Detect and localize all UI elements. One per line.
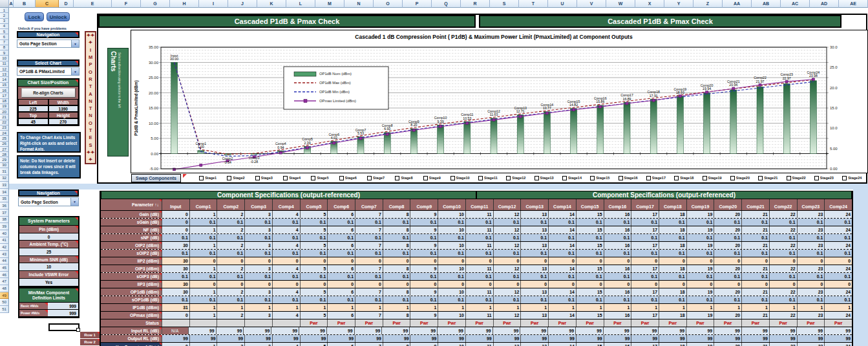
lock-button[interactable]: Lock bbox=[25, 12, 44, 21]
row-header-24[interactable]: 24 bbox=[0, 131, 9, 136]
spec-cell[interactable]: 99 bbox=[465, 335, 493, 342]
row-header-30[interactable]: 30 bbox=[0, 163, 9, 168]
spec-cell[interactable]: 11 bbox=[465, 226, 493, 233]
spec-col-header-comp20[interactable]: Comp20 bbox=[714, 199, 741, 210]
spec-cell[interactable]: 20 bbox=[714, 242, 741, 249]
spec-cell[interactable]: 99 bbox=[492, 327, 520, 334]
spec-cell[interactable]: 0.1 bbox=[327, 296, 355, 303]
spec-cell[interactable]: 0.1 bbox=[548, 250, 576, 257]
spec-cell[interactable]: 4 bbox=[272, 343, 300, 346]
spec-cell[interactable]: 10 bbox=[438, 242, 465, 249]
column-header-D[interactable]: D bbox=[59, 0, 74, 8]
spec-cell[interactable]: 22 bbox=[769, 211, 797, 218]
spec-cell[interactable]: 6 bbox=[327, 242, 355, 249]
spec-cell[interactable]: 21 bbox=[741, 226, 769, 233]
spec-cell[interactable]: 21 bbox=[741, 211, 769, 218]
spec-row-label[interactable]: IIP3 (dBm) bbox=[101, 281, 162, 288]
spec-cell[interactable]: 16 bbox=[604, 265, 631, 272]
row-header-41[interactable]: 41 bbox=[0, 237, 9, 244]
spec-cell[interactable]: 4 bbox=[272, 211, 300, 218]
column-header-H[interactable]: H bbox=[170, 0, 199, 8]
spec-cell[interactable]: 8 bbox=[383, 226, 410, 233]
spec-cell[interactable]: 14 bbox=[548, 312, 576, 319]
spec-cell[interactable]: 0.1 bbox=[741, 250, 769, 257]
spec-cell[interactable]: 0.1 bbox=[493, 234, 521, 241]
spec-cell[interactable]: 1 bbox=[769, 304, 797, 311]
spec-col-header-comp11[interactable]: Comp11 bbox=[465, 199, 493, 210]
spec-cell[interactable]: Pwr bbox=[355, 319, 383, 327]
spec-cell[interactable]: 99 bbox=[714, 335, 741, 342]
column-header-AC[interactable]: AC bbox=[781, 0, 810, 8]
spec-cell[interactable]: 23 bbox=[797, 288, 825, 296]
spec-cell[interactable]: 15 bbox=[576, 211, 604, 218]
stage-23-checkbox[interactable] bbox=[814, 176, 819, 180]
spec-cell[interactable]: 20 bbox=[714, 226, 741, 233]
spec-cell[interactable]: 8 bbox=[383, 242, 410, 249]
row-headers[interactable]: 1234567891011121314151617181920212223242… bbox=[0, 8, 9, 313]
spec-cell[interactable]: 0.1 bbox=[189, 296, 217, 303]
spec-cell[interactable]: 8 bbox=[383, 312, 410, 319]
spec-cell[interactable]: 6 bbox=[327, 211, 355, 218]
spec-cell[interactable]: 12 bbox=[493, 211, 521, 218]
spec-cell[interactable]: 11 bbox=[465, 312, 493, 319]
spec-cell[interactable]: 0.1 bbox=[217, 234, 244, 241]
spec-cell[interactable]: Pwr bbox=[797, 319, 825, 327]
spec-cell[interactable]: 0 bbox=[355, 281, 383, 288]
spec-cell[interactable]: 0.1 bbox=[797, 250, 825, 257]
spec-cell[interactable]: 30 bbox=[162, 265, 189, 272]
row-header-36[interactable]: 36 bbox=[0, 202, 9, 210]
spec-cell[interactable]: 0.1 bbox=[520, 273, 548, 280]
spec-cell[interactable]: 0 bbox=[631, 281, 659, 288]
column-header-K[interactable]: K bbox=[257, 0, 286, 8]
spec-cell[interactable]: 99 bbox=[217, 335, 244, 342]
spec-cell[interactable]: 0 bbox=[631, 257, 659, 265]
spec-cell[interactable]: 0.1 bbox=[327, 219, 355, 226]
spec-cell[interactable]: 0.1 bbox=[659, 273, 686, 280]
spec-cell[interactable]: 17 bbox=[631, 288, 659, 296]
spec-cell[interactable]: 0.1 bbox=[355, 296, 383, 303]
spec-cell[interactable]: 1 bbox=[189, 304, 217, 311]
spec-cell[interactable]: 11 bbox=[465, 343, 493, 346]
spec-cell[interactable]: 3 bbox=[244, 312, 272, 319]
row-header-6[interactable]: 6 bbox=[0, 34, 9, 39]
row-header-48[interactable]: 48 bbox=[0, 285, 9, 292]
spec-cell[interactable]: 0.1 bbox=[576, 296, 604, 303]
spec-cell[interactable]: 0 bbox=[548, 257, 576, 265]
column-header-L[interactable]: L bbox=[286, 0, 315, 8]
spec-cell[interactable]: 0.1 bbox=[686, 273, 714, 280]
navigation2-dropdown[interactable]: Goto Page Section ▼ bbox=[18, 197, 79, 206]
spec-cell[interactable]: 0.1 bbox=[438, 219, 465, 226]
stage-1-checkbox[interactable] bbox=[199, 176, 204, 180]
spec-cell[interactable]: 1 bbox=[300, 304, 328, 311]
spec-cell[interactable]: 0 bbox=[217, 281, 244, 288]
spec-cell[interactable]: 22 bbox=[769, 226, 797, 233]
spec-cell[interactable]: 7 bbox=[355, 312, 383, 319]
row-header-29[interactable]: 29 bbox=[0, 157, 9, 162]
spec-cell[interactable]: 24 bbox=[824, 242, 852, 249]
spec-cell[interactable]: 30 bbox=[162, 242, 189, 249]
spec-cell[interactable]: 24 bbox=[824, 211, 852, 218]
spec-cell[interactable]: 21 bbox=[741, 343, 769, 346]
spec-cell[interactable]: 0 bbox=[162, 226, 189, 233]
spec-cell[interactable]: 6 bbox=[327, 265, 355, 272]
spec-cell[interactable]: 1 bbox=[659, 304, 686, 311]
spec-cell[interactable]: 0.1 bbox=[189, 234, 217, 241]
spec-cell[interactable]: 30 bbox=[162, 281, 189, 288]
spec-cell[interactable]: 23 bbox=[797, 312, 825, 319]
spec-row-label[interactable]: Output RL (dB) bbox=[101, 335, 162, 342]
spec-cell[interactable]: 0 bbox=[465, 281, 493, 288]
spec-col-header-comp9[interactable]: Comp9 bbox=[410, 199, 438, 210]
chevron-down-icon[interactable]: ▼ bbox=[71, 40, 79, 47]
spec-cell[interactable]: 0 bbox=[300, 281, 328, 288]
spec-cell[interactable]: 9 bbox=[410, 242, 438, 249]
spec-cell[interactable]: 0.1 bbox=[824, 273, 852, 280]
spec-row-label[interactable]: OIP3 (dBm) bbox=[101, 265, 162, 272]
row-header-31[interactable]: 31 bbox=[0, 168, 9, 175]
spec-cell[interactable]: 1 bbox=[493, 304, 521, 311]
spec-cell[interactable]: 0.1 bbox=[769, 234, 797, 241]
spec-row-label[interactable]: sOIP3 (dB) bbox=[101, 273, 162, 280]
spec-cell[interactable]: 18 bbox=[659, 265, 686, 272]
spec-cell[interactable]: 17 bbox=[631, 211, 659, 218]
spec-cell[interactable]: Pwr bbox=[824, 319, 852, 327]
row-header-20[interactable]: 20 bbox=[0, 109, 9, 114]
